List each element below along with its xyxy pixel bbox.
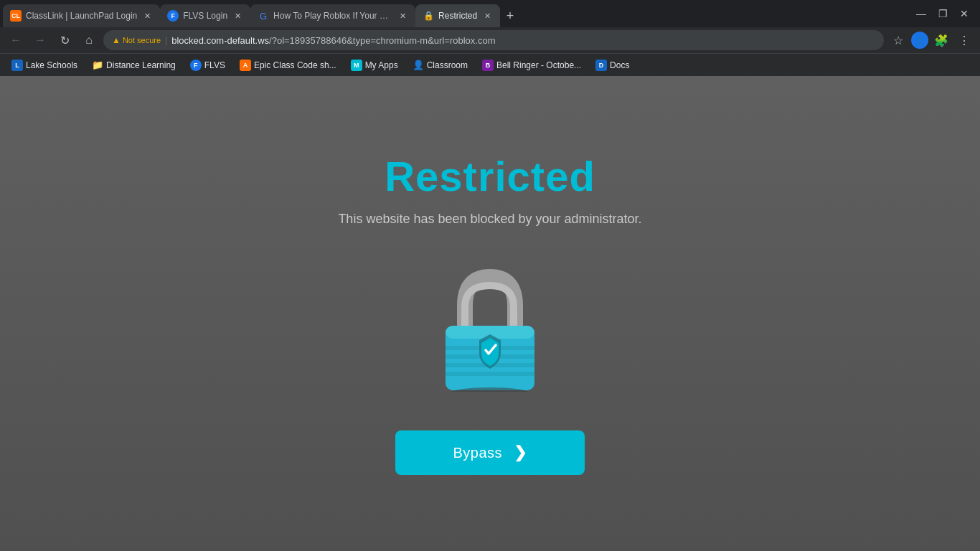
bypass-button-label: Bypass [453,445,502,461]
tab-classlink-close[interactable]: ✕ [141,10,153,22]
tab-classlink[interactable]: CL ClassLink | LaunchPad Login ✕ [3,4,160,27]
tab-restricted[interactable]: 🔒 Restricted ✕ [415,4,500,27]
bellringer-favicon: B [482,60,494,71]
tab-flvs[interactable]: F FLVS Login ✕ [160,4,250,27]
toolbar-icons: ☆ 👤 🧩 ⋮ [888,30,974,50]
bookmark-epic-label: Epic Class Code sh... [254,60,336,70]
bookmark-flvs[interactable]: F FLVS [184,57,231,74]
url-separator: | [165,35,167,45]
security-warning: ▲ Not secure [112,35,161,45]
url-domain: blocked.com-default.ws [171,35,269,46]
back-button[interactable]: ← [6,30,26,50]
flvs-bm-favicon: F [190,60,202,71]
tab-classlink-label: ClassLink | LaunchPad Login [26,11,137,21]
bookmark-star-icon[interactable]: ☆ [888,30,908,50]
address-bar: ← → ↻ ⌂ ▲ Not secure | blocked.com-defau… [0,27,980,53]
tab-restricted-label: Restricted [438,11,477,21]
lock-icon [433,263,547,395]
forward-button[interactable]: → [30,30,50,50]
lakeschools-favicon: L [11,60,23,71]
minimize-button[interactable]: — [911,4,931,24]
url-text: blocked.com-default.ws/?ol=18935788646&t… [171,35,875,46]
page-title: Restricted [385,152,595,200]
classroom-favicon: 👤 [413,60,424,71]
tab-flvs-label: FLVS Login [183,11,227,21]
epic-favicon: A [240,60,251,71]
bookmark-docs-label: Docs [610,60,629,70]
bookmark-distancelearning[interactable]: 📁 Distance Learning [86,57,182,74]
bypass-arrow-icon: ❯ [514,443,527,462]
url-bar[interactable]: ▲ Not secure | blocked.com-default.ws/?o… [103,30,884,50]
menu-icon[interactable]: ⋮ [954,30,974,50]
bookmark-epic[interactable]: A Epic Class Code sh... [234,57,342,74]
docs-favicon: D [595,60,607,71]
tab-roblox-label: How To Play Roblox If Your On C [273,11,392,21]
flvs-favicon: F [167,10,179,22]
bookmark-flvs-label: FLVS [204,60,225,70]
restore-button[interactable]: ❐ [933,4,953,24]
distancelearning-favicon: 📁 [92,60,103,71]
tab-restricted-close[interactable]: ✕ [481,10,493,22]
bookmark-myapps[interactable]: M My Apps [345,57,404,74]
bookmark-bellringer-label: Bell Ringer - Octobe... [496,60,581,70]
restricted-favicon: 🔒 [423,10,434,22]
window-controls: — ❐ ✕ [911,4,980,27]
svg-rect-5 [446,372,534,376]
extensions-icon[interactable]: 🧩 [931,30,951,50]
new-tab-button[interactable]: + [500,6,520,26]
close-window-button[interactable]: ✕ [954,4,974,24]
home-button[interactable]: ⌂ [79,30,99,50]
tab-roblox-close[interactable]: ✕ [397,10,408,22]
title-bar: CL ClassLink | LaunchPad Login ✕ F FLVS … [0,0,980,27]
bookmark-lakeschools[interactable]: L Lake Schools [6,57,83,74]
bookmark-lakeschools-label: Lake Schools [26,60,77,70]
bookmark-classroom-label: Classroom [427,60,468,70]
roblox-favicon: G [258,10,269,22]
bookmarks-bar: L Lake Schools 📁 Distance Learning F FLV… [0,53,980,76]
bookmark-classroom[interactable]: 👤 Classroom [407,57,473,74]
tab-flvs-close[interactable]: ✕ [232,10,243,22]
bookmark-docs[interactable]: D Docs [590,57,635,74]
bypass-button[interactable]: Bypass ❯ [395,430,584,475]
page-subtitle: This website has been blocked by your ad… [338,212,641,227]
tabs-area: CL ClassLink | LaunchPad Login ✕ F FLVS … [0,4,911,27]
url-path: /?ol=18935788646&type=chromium-m&url=rob… [269,35,495,46]
classlink-favicon: CL [10,10,22,22]
tab-roblox[interactable]: G How To Play Roblox If Your On C ✕ [250,4,415,27]
bookmark-distancelearning-label: Distance Learning [106,60,176,70]
bookmark-myapps-label: My Apps [365,60,398,70]
bookmark-bellringer[interactable]: B Bell Ringer - Octobe... [476,57,587,74]
myapps-favicon: M [351,60,362,71]
refresh-button[interactable]: ↻ [55,30,75,50]
profile-icon[interactable]: 👤 [911,32,928,49]
page-content: Restricted This website has been blocked… [0,76,980,551]
warning-triangle-icon: ▲ [112,35,121,45]
